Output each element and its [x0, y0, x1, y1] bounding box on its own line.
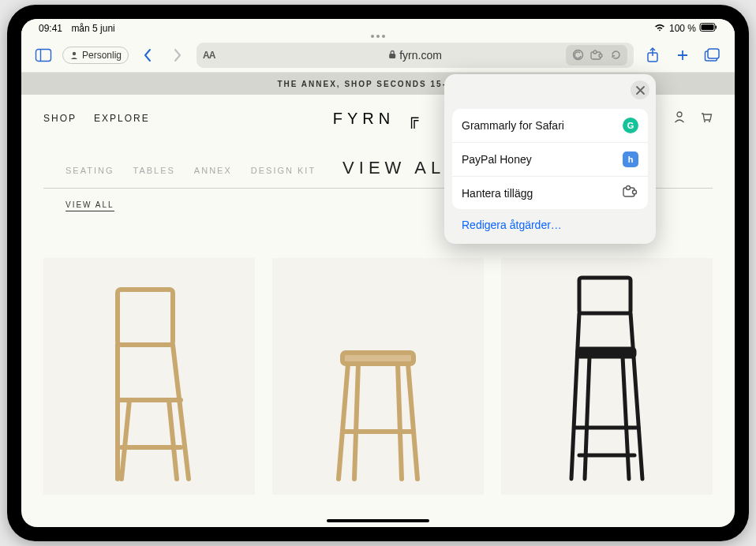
svg-line-36: [585, 357, 589, 479]
manage-extensions-label: Hantera tillägg: [462, 187, 533, 200]
svg-rect-15: [708, 49, 719, 58]
url-actions-group: [566, 45, 627, 65]
extension-item-honey[interactable]: PayPal Honey h: [452, 143, 648, 177]
screen: 09:41 mån 5 juni 100 %: [21, 19, 735, 527]
status-date: mån 5 juni: [71, 23, 114, 34]
logo-text: FYRN: [333, 110, 395, 128]
product-card[interactable]: [501, 258, 713, 495]
wifi-icon: [654, 23, 665, 34]
cart-icon[interactable]: [700, 110, 713, 126]
product-card[interactable]: [272, 258, 484, 495]
product-card[interactable]: [43, 258, 255, 495]
svg-rect-26: [342, 353, 414, 364]
home-indicator[interactable]: [327, 519, 429, 522]
ipad-device-frame: 09:41 mån 5 juni 100 %: [7, 5, 749, 541]
manage-extensions-item[interactable]: Hantera tillägg: [452, 177, 648, 209]
svg-line-28: [408, 364, 417, 479]
site-logo[interactable]: FYRN ╔: [333, 110, 424, 128]
multitask-dots[interactable]: [371, 35, 385, 38]
svg-rect-6: [389, 54, 395, 58]
popover-list: Grammarly for Safari G PayPal Honey h Ha…: [452, 109, 648, 209]
puzzle-icon: [623, 185, 638, 200]
url-bar[interactable]: AA fyrn.com: [196, 43, 634, 68]
svg-line-37: [623, 357, 629, 479]
tabs-button[interactable]: [702, 44, 724, 66]
product-grid: [21, 211, 735, 495]
extension-label: Grammarly for Safari: [462, 119, 564, 132]
popover-close-button[interactable]: [631, 80, 649, 99]
filter-seating[interactable]: SEATING: [65, 166, 114, 175]
nav-shop[interactable]: SHOP: [43, 113, 77, 124]
subfilter-view-all[interactable]: VIEW ALL: [65, 200, 114, 211]
honey-icon: h: [623, 151, 638, 167]
browser-toolbar: Personlig AA fyrn.com: [21, 38, 735, 73]
product-image-stool: [315, 345, 441, 487]
svg-rect-19: [118, 290, 173, 345]
svg-rect-3: [36, 49, 51, 61]
status-bar: 09:41 mån 5 juni 100 %: [21, 19, 735, 38]
extension-label: PayPal Honey: [462, 153, 532, 166]
svg-rect-2: [716, 26, 717, 29]
svg-point-9: [599, 54, 602, 57]
filter-annex[interactable]: ANNEX: [194, 166, 232, 175]
svg-point-18: [709, 121, 710, 122]
product-image-barstool: [552, 274, 662, 487]
new-tab-button[interactable]: [672, 44, 694, 66]
extensions-button[interactable]: [588, 47, 605, 64]
svg-line-29: [354, 364, 358, 479]
reload-button[interactable]: [607, 47, 624, 64]
profile-label: Personlig: [82, 50, 122, 61]
logo-mark: ╔: [407, 110, 423, 128]
forward-button[interactable]: [167, 44, 189, 66]
filter-tables[interactable]: TABLES: [133, 166, 174, 175]
extension-grammarly-icon[interactable]: [569, 47, 586, 64]
product-image-chair: [86, 282, 212, 487]
profile-button[interactable]: Personlig: [62, 47, 129, 64]
svg-line-24: [169, 400, 177, 479]
back-button[interactable]: [137, 44, 159, 66]
account-icon[interactable]: [673, 110, 686, 126]
extension-item-grammarly[interactable]: Grammarly for Safari G: [452, 109, 648, 143]
battery-percent: 100 %: [669, 23, 696, 34]
svg-point-16: [677, 112, 682, 117]
svg-rect-1: [702, 24, 714, 30]
lock-icon: [388, 49, 396, 62]
filter-design-kit[interactable]: DESIGN KIT: [251, 166, 316, 175]
svg-point-5: [73, 51, 76, 54]
svg-line-23: [122, 400, 129, 479]
svg-point-17: [704, 121, 705, 122]
svg-point-41: [633, 190, 637, 194]
text-size-button[interactable]: AA: [203, 50, 215, 61]
svg-point-42: [627, 186, 631, 190]
extensions-popover: Grammarly for Safari G PayPal Honey h Ha…: [444, 74, 656, 244]
svg-rect-32: [579, 278, 631, 313]
svg-point-10: [593, 50, 597, 54]
svg-line-30: [398, 364, 402, 479]
svg-rect-35: [578, 349, 634, 357]
grammarly-icon: G: [623, 118, 638, 133]
svg-line-27: [339, 364, 348, 479]
filter-view-all-title: VIEW ALL: [342, 158, 459, 178]
sidebar-button[interactable]: [32, 44, 54, 66]
edit-actions-link[interactable]: Redigera åtgärder…: [452, 209, 648, 236]
share-button[interactable]: [642, 44, 664, 66]
url-text: fyrn.com: [399, 49, 442, 62]
nav-explore[interactable]: EXPLORE: [94, 113, 150, 124]
battery-icon: [700, 23, 717, 34]
status-time: 09:41: [39, 23, 62, 34]
